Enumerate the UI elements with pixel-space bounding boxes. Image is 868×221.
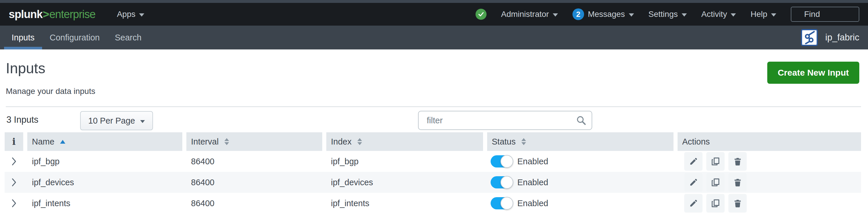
status-toggle[interactable]: [491, 176, 513, 188]
logo-gt-icon: >: [43, 8, 49, 21]
cell-status: Enabled: [487, 176, 674, 188]
sort-icon: [358, 138, 362, 145]
column-header-name[interactable]: Name: [27, 132, 182, 151]
network-nodes-icon: [803, 31, 816, 44]
trash-icon: [733, 157, 742, 166]
cell-status: Enabled: [487, 155, 674, 167]
trash-icon: [733, 178, 742, 187]
status-label: Enabled: [517, 199, 548, 208]
activity-menu-label: Activity: [701, 9, 727, 19]
expand-row-button[interactable]: [5, 199, 23, 208]
tab-search-label: Search: [115, 33, 142, 43]
table-row: ipf_intents 86400 ipf_intents Enabled: [5, 193, 861, 214]
splunk-logo[interactable]: splunk > enterprise: [9, 8, 95, 21]
messages-count-badge: 2: [572, 8, 584, 20]
find-input[interactable]: [791, 7, 859, 22]
pencil-icon: [689, 178, 698, 187]
tab-inputs[interactable]: Inputs: [4, 26, 42, 50]
clone-button[interactable]: [706, 194, 724, 213]
sort-icon: [521, 138, 526, 145]
app-nav-tabs: Inputs Configuration Search: [4, 26, 149, 50]
filter-input[interactable]: [426, 115, 576, 126]
edit-button[interactable]: [684, 194, 703, 213]
cell-interval: 86400: [186, 157, 322, 166]
cell-interval: 86400: [186, 199, 322, 208]
chevron-down-icon: [682, 13, 687, 17]
chevron-right-icon: [11, 199, 17, 208]
clone-icon: [711, 199, 720, 208]
user-menu[interactable]: Administrator: [501, 9, 558, 19]
filter-box: [418, 111, 592, 130]
edit-button[interactable]: [684, 152, 703, 171]
cell-actions: [678, 173, 861, 192]
clone-button[interactable]: [706, 173, 724, 192]
cell-index: ipf_intents: [326, 199, 483, 208]
cell-index: ipf_devices: [326, 178, 483, 187]
check-icon: [478, 11, 484, 18]
column-header-status[interactable]: Status: [487, 132, 674, 151]
app-identity: ip_fabric: [801, 26, 859, 50]
status-label: Enabled: [517, 178, 548, 187]
table-header-row: i Name Interval Index Status Actions: [5, 132, 861, 151]
cell-actions: [678, 194, 861, 213]
app-name: ip_fabric: [825, 32, 859, 43]
chevron-right-icon: [11, 157, 17, 166]
column-header-actions: Actions: [678, 132, 861, 151]
chevron-down-icon: [553, 13, 558, 17]
chevron-down-icon: [140, 120, 145, 123]
chevron-down-icon: [139, 13, 144, 17]
section-divider: [6, 106, 861, 107]
logo-product: enterprise: [49, 8, 95, 21]
apps-menu-label: Apps: [117, 9, 135, 19]
search-icon[interactable]: [576, 115, 586, 126]
status-toggle[interactable]: [491, 155, 513, 167]
apps-menu[interactable]: Apps: [117, 9, 145, 19]
edit-button[interactable]: [684, 173, 703, 192]
table-row: ipf_bgp 86400 ipf_bgp Enabled: [5, 151, 861, 172]
column-header-info: i: [5, 132, 23, 151]
expand-row-button[interactable]: [5, 178, 23, 187]
tab-search[interactable]: Search: [107, 26, 149, 50]
cell-index: ipf_bgp: [326, 157, 483, 166]
sort-asc-icon: [60, 140, 65, 144]
tab-configuration-label: Configuration: [50, 33, 100, 43]
expand-row-button[interactable]: [5, 157, 23, 166]
help-menu[interactable]: Help: [750, 9, 776, 19]
trash-icon: [733, 199, 742, 208]
chevron-down-icon: [731, 13, 736, 17]
sort-icon: [224, 138, 229, 145]
page-subtitle: Manage your data inputs: [6, 87, 95, 96]
status-toggle[interactable]: [491, 197, 513, 210]
per-page-dropdown[interactable]: 10 Per Page: [80, 111, 153, 130]
info-icon: i: [12, 136, 16, 147]
app-navbar: Inputs Configuration Search ip_fabric: [0, 26, 868, 50]
pencil-icon: [689, 199, 698, 208]
column-header-index[interactable]: Index: [326, 132, 483, 151]
cell-name: ipf_intents: [27, 199, 182, 208]
create-new-input-button[interactable]: Create New Input: [767, 62, 859, 84]
delete-button[interactable]: [728, 173, 747, 192]
table-body: ipf_bgp 86400 ipf_bgp Enabled: [5, 151, 861, 214]
activity-menu[interactable]: Activity: [701, 9, 736, 19]
settings-menu[interactable]: Settings: [649, 9, 687, 19]
splunk-topbar: splunk > enterprise Apps Administrator 2…: [0, 3, 868, 26]
clone-button[interactable]: [706, 152, 724, 171]
clone-icon: [711, 178, 720, 187]
top-strip: [0, 0, 868, 3]
health-status-icon[interactable]: [475, 9, 487, 20]
table-row: ipf_devices 86400 ipf_devices Enabled: [5, 172, 861, 193]
cell-name: ipf_devices: [27, 178, 182, 187]
tab-configuration[interactable]: Configuration: [42, 26, 107, 50]
inputs-table: i Name Interval Index Status Actions: [5, 132, 861, 214]
help-menu-label: Help: [750, 9, 767, 19]
chevron-right-icon: [11, 178, 17, 187]
chevron-down-icon: [771, 13, 776, 17]
clone-icon: [711, 157, 720, 166]
messages-menu[interactable]: 2 Messages: [572, 8, 634, 20]
delete-button[interactable]: [728, 194, 747, 213]
cell-actions: [678, 152, 861, 171]
delete-button[interactable]: [728, 152, 747, 171]
cell-status: Enabled: [487, 197, 674, 210]
cell-name: ipf_bgp: [27, 157, 182, 166]
column-header-interval[interactable]: Interval: [186, 132, 322, 151]
